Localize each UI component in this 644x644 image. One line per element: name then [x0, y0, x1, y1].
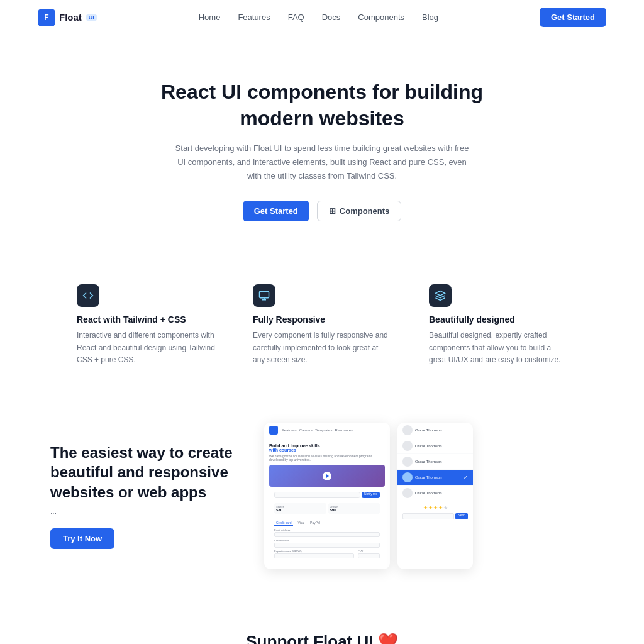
logo-icon: F [38, 9, 55, 26]
support-title: Support Float UI ❤️ [126, 632, 518, 644]
logo-text: Float [59, 12, 82, 23]
feature-2-title: Fully Responsive [253, 314, 391, 325]
nav-docs[interactable]: Docs [322, 13, 341, 22]
mini-logo [269, 426, 278, 435]
feature-3-icon [429, 284, 452, 307]
mini-send-btn[interactable]: Send [455, 513, 468, 519]
navbar: F Float UI Home Features FAQ Docs Compon… [0, 0, 644, 35]
nav-blog[interactable]: Blog [422, 13, 438, 22]
hero-title: React UI components for building modern … [126, 79, 518, 131]
nav-components[interactable]: Components [358, 13, 404, 22]
mini-hero-desc: We have got the solution and all-class t… [269, 454, 385, 462]
mini-card-field: Card number [274, 539, 380, 548]
hero-description: Start developing with Float UI to spend … [171, 142, 473, 183]
heart-icon: ❤️ [378, 632, 398, 644]
nav-get-started-button[interactable]: Get Started [540, 8, 606, 27]
mini-avatar-3 [402, 457, 413, 467]
support-section: Support Float UI ❤️ We are doing our bes… [0, 594, 644, 644]
mini-side-bottom: ★ ★ ★ ★ ★ Send [397, 501, 473, 523]
mini-list-item-4-selected[interactable]: Oscar Thomson ✓ [397, 470, 473, 486]
mini-price-2: Growth $90 [328, 503, 380, 514]
feature-2-desc: Every component is fully responsive and … [253, 330, 391, 366]
mini-price-1: Starter $30 [274, 503, 326, 514]
logo[interactable]: F Float UI [38, 9, 97, 26]
nav-faq[interactable]: FAQ [288, 13, 304, 22]
mini-list-item-3: Oscar Thomson [397, 454, 473, 470]
mini-card-input[interactable] [274, 543, 380, 548]
mini-list-item-2: Oscar Thomson [397, 438, 473, 454]
play-button[interactable] [323, 472, 331, 480]
mini-avatar-4 [402, 472, 413, 482]
mini-payment-tabs: Credit card Visa PayPal [274, 520, 380, 526]
feature-1-title: React with Tailwind + CSS [77, 314, 215, 325]
feature-2-icon [253, 284, 275, 307]
mini-email-row: Send [402, 513, 468, 519]
hero-get-started-button[interactable]: Get Started [243, 201, 309, 221]
mini-hero-title: Build and improve skillswith courses [269, 443, 385, 452]
svg-rect-0 [260, 292, 269, 299]
hero-components-button[interactable]: ⊞ Components [317, 201, 401, 221]
mini-expiry-field: Expiration date (MM/YY) [274, 550, 354, 558]
feature-1: React with Tailwind + CSS Interactive an… [77, 284, 215, 366]
feature-1-desc: Interactive and different components wit… [77, 330, 215, 366]
mini-cvv-field: CVV [358, 550, 380, 558]
mini-side-email-input[interactable] [402, 513, 454, 519]
mini-notify-row: Notify me [269, 489, 385, 501]
mini-expiry-row: Expiration date (MM/YY) CVV [274, 550, 380, 560]
mini-payment: Credit card Visa PayPal Email address Ca… [269, 516, 385, 564]
nav-links: Home Features FAQ Docs Components Blog [199, 13, 438, 22]
mini-card-side: Oscar Thomson Oscar Thomson Oscar Thomso… [397, 423, 473, 569]
mini-email-field: Email address [274, 528, 380, 537]
showcase-title: The easiest way to create beautiful and … [50, 443, 239, 502]
showcase-section: The easiest way to create beautiful and … [0, 397, 644, 594]
mini-avatar-5 [402, 488, 413, 498]
grid-icon: ⊞ [329, 206, 336, 216]
try-it-now-button[interactable]: Try It Now [50, 528, 114, 549]
mini-list-item-5: Oscar Thomson [397, 486, 473, 501]
mini-hero-image [269, 465, 385, 487]
mini-notify-btn[interactable]: Notify me [362, 492, 380, 498]
mini-nav-links: Features Careers Templates Resources [282, 428, 353, 432]
mini-hero: Build and improve skillswith courses We … [264, 438, 390, 569]
mini-nav: Features Careers Templates Resources [264, 423, 390, 438]
feature-3: Beautifully designed Beautiful designed,… [429, 284, 567, 366]
logo-badge: UI [86, 14, 97, 21]
showcase-visuals: Features Careers Templates Resources Bui… [264, 423, 594, 569]
mini-email-input-2[interactable] [274, 532, 380, 537]
showcase-desc: ... [50, 507, 239, 516]
feature-3-desc: Beautiful designed, expertly crafted com… [429, 330, 567, 366]
mini-card-main: Features Careers Templates Resources Bui… [264, 423, 390, 569]
feature-3-title: Beautifully designed [429, 314, 567, 325]
feature-2: Fully Responsive Every component is full… [253, 284, 391, 366]
mini-avatar-1 [402, 425, 413, 435]
feature-1-icon [77, 284, 99, 307]
hero-section: React UI components for building modern … [0, 35, 644, 253]
nav-features[interactable]: Features [238, 13, 270, 22]
mini-list-item-1: Oscar Thomson [397, 423, 473, 438]
showcase-text: The easiest way to create beautiful and … [50, 443, 239, 549]
mini-cvv-input[interactable] [358, 553, 380, 558]
mini-expiry-input[interactable] [274, 553, 354, 558]
mini-star-row: ★ ★ ★ ★ ★ [402, 505, 468, 511]
hero-buttons: Get Started ⊞ Components [126, 201, 518, 221]
nav-home[interactable]: Home [199, 13, 221, 22]
mini-email-input[interactable] [274, 492, 360, 498]
features-section: React with Tailwind + CSS Interactive an… [0, 253, 644, 397]
mini-avatar-2 [402, 441, 413, 451]
mini-pricing: Starter $30 Growth $90 [269, 501, 385, 516]
